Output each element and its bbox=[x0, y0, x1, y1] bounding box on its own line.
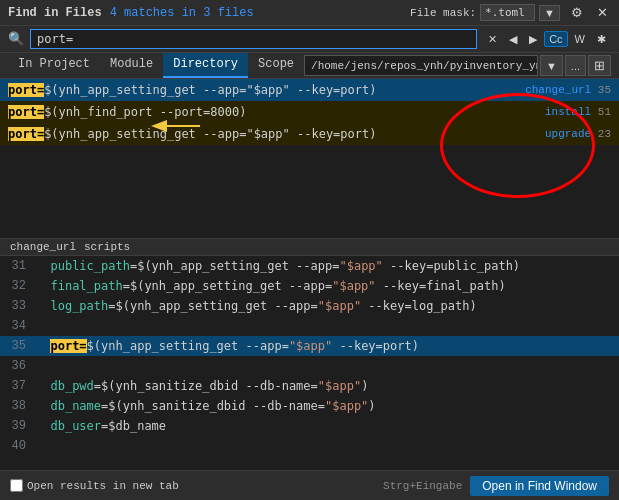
code-header: change_url scripts bbox=[0, 239, 619, 256]
line-content-36 bbox=[36, 359, 43, 373]
open-new-tab-label: Open results in new tab bbox=[27, 480, 179, 492]
shortcut-label: Strg+Eingabe bbox=[383, 480, 462, 492]
result-meta-3: upgrade 23 bbox=[545, 128, 611, 140]
line-num-39: 39 bbox=[0, 419, 36, 433]
line-content-31: public_path=$(ynh_app_setting_get --app=… bbox=[36, 259, 520, 273]
clear-search-btn[interactable]: ✕ bbox=[483, 31, 502, 48]
match-highlight-2: port= bbox=[8, 105, 44, 119]
line-content-39: db_user=$db_name bbox=[36, 419, 166, 433]
code-line-39: 39 db_user=$db_name bbox=[0, 416, 619, 436]
path-ellipsis-btn[interactable]: ... bbox=[565, 55, 586, 76]
code-line-40: 40 bbox=[0, 436, 619, 456]
tab-module[interactable]: Module bbox=[100, 53, 163, 78]
line-num-37: 37 bbox=[0, 379, 36, 393]
match-highlight-3: port= bbox=[8, 127, 44, 141]
result-file-1[interactable]: change_url bbox=[525, 84, 591, 96]
line-content-40 bbox=[36, 439, 43, 453]
results-area[interactable]: port=$(ynh_app_setting_get --app="$app" … bbox=[0, 79, 619, 239]
filter-icon[interactable]: ⚙ bbox=[568, 5, 586, 20]
code-context-label: scripts bbox=[84, 241, 130, 253]
result-row[interactable]: port=$(ynh_app_setting_get --app="$app" … bbox=[0, 123, 619, 145]
tab-directory[interactable]: Directory bbox=[163, 53, 248, 78]
search-input[interactable] bbox=[30, 29, 477, 49]
close-icon[interactable]: ✕ bbox=[594, 5, 611, 20]
tab-scope[interactable]: Scope bbox=[248, 53, 304, 78]
result-meta-2: install 51 bbox=[545, 106, 611, 118]
line-num-34: 34 bbox=[0, 319, 36, 333]
tabs-row: In Project Module Directory Scope /home/… bbox=[0, 53, 619, 79]
find-header: Find in Files 4 matches in 3 files File … bbox=[0, 0, 619, 26]
file-mask-input[interactable] bbox=[480, 4, 535, 21]
line-num-35: 35 bbox=[0, 339, 36, 353]
open-new-tab-checkbox[interactable] bbox=[10, 479, 23, 492]
line-num-32: 32 bbox=[0, 279, 36, 293]
result-row[interactable]: port=$(ynh_find_port --port=8000) instal… bbox=[0, 101, 619, 123]
file-mask-label: File mask: bbox=[410, 7, 476, 19]
code-line-38: 38 db_name=$(ynh_sanitize_dbid --db-name… bbox=[0, 396, 619, 416]
result-text-2: port=$(ynh_find_port --port=8000) bbox=[8, 105, 537, 119]
line-num-33: 33 bbox=[0, 299, 36, 313]
result-file-3[interactable]: upgrade bbox=[545, 128, 591, 140]
code-line-34: 34 bbox=[0, 316, 619, 336]
find-title: Find in Files bbox=[8, 6, 102, 20]
path-add-btn[interactable]: ⊞ bbox=[588, 55, 611, 76]
open-new-tab-checkbox-area[interactable]: Open results in new tab bbox=[10, 479, 179, 492]
pin-btn[interactable]: ✱ bbox=[592, 31, 611, 48]
code-line-31: 31 public_path=$(ynh_app_setting_get --a… bbox=[0, 256, 619, 276]
file-mask-area: File mask: ▼ bbox=[410, 4, 560, 21]
tab-in-project[interactable]: In Project bbox=[8, 53, 100, 78]
whole-word-btn[interactable]: W bbox=[570, 31, 590, 47]
search-row: 🔍 ✕ ◀ ▶ Cc W ✱ bbox=[0, 26, 619, 53]
code-line-37: 37 db_pwd=$(ynh_sanitize_dbid --db-name=… bbox=[0, 376, 619, 396]
line-content-33: log_path=$(ynh_app_setting_get --app="$a… bbox=[36, 299, 477, 313]
path-dropdown-btn[interactable]: ▼ bbox=[540, 55, 563, 76]
line-content-37: db_pwd=$(ynh_sanitize_dbid --db-name="$a… bbox=[36, 379, 368, 393]
search-magnify-icon: 🔍 bbox=[8, 31, 24, 47]
line-num-38: 38 bbox=[0, 399, 36, 413]
case-sensitive-btn[interactable]: Cc bbox=[544, 31, 567, 47]
result-text-1: port=$(ynh_app_setting_get --app="$app" … bbox=[8, 83, 517, 97]
result-meta-1: change_url 35 bbox=[525, 84, 611, 96]
back-btn[interactable]: ◀ bbox=[504, 31, 522, 48]
code-line-35: 35 port=$(ynh_app_setting_get --app="$ap… bbox=[0, 336, 619, 356]
search-toolbar: ✕ ◀ ▶ Cc W ✱ bbox=[483, 31, 611, 48]
result-text-3: port=$(ynh_app_setting_get --app="$app" … bbox=[8, 127, 537, 141]
footer-bar: Open results in new tab Strg+Eingabe Ope… bbox=[0, 470, 619, 500]
code-panel: change_url scripts 31 public_path=$(ynh_… bbox=[0, 239, 619, 500]
file-mask-dropdown[interactable]: ▼ bbox=[539, 5, 560, 21]
directory-path: /home/jens/repos_ynh/pyinventory_ynh/scr… bbox=[304, 55, 538, 76]
line-content-32: final_path=$(ynh_app_setting_get --app="… bbox=[36, 279, 506, 293]
line-content-38: db_name=$(ynh_sanitize_dbid --db-name="$… bbox=[36, 399, 376, 413]
line-content-35: port=$(ynh_app_setting_get --app="$app" … bbox=[36, 339, 419, 353]
result-row[interactable]: port=$(ynh_app_setting_get --app="$app" … bbox=[0, 79, 619, 101]
find-count: 4 matches in 3 files bbox=[110, 6, 254, 20]
match-highlight-1: port= bbox=[8, 83, 44, 97]
forward-btn[interactable]: ▶ bbox=[524, 31, 542, 48]
code-lines[interactable]: 31 public_path=$(ynh_app_setting_get --a… bbox=[0, 256, 619, 456]
code-line-33: 33 log_path=$(ynh_app_setting_get --app=… bbox=[0, 296, 619, 316]
result-file-2[interactable]: install bbox=[545, 106, 591, 118]
code-line-36: 36 bbox=[0, 356, 619, 376]
line-num-31: 31 bbox=[0, 259, 36, 273]
line-content-34 bbox=[36, 319, 43, 333]
code-file-label: change_url bbox=[10, 241, 76, 253]
line-num-40: 40 bbox=[0, 439, 36, 453]
open-in-find-window-btn[interactable]: Open in Find Window bbox=[470, 476, 609, 496]
code-line-32: 32 final_path=$(ynh_app_setting_get --ap… bbox=[0, 276, 619, 296]
line-num-36: 36 bbox=[0, 359, 36, 373]
